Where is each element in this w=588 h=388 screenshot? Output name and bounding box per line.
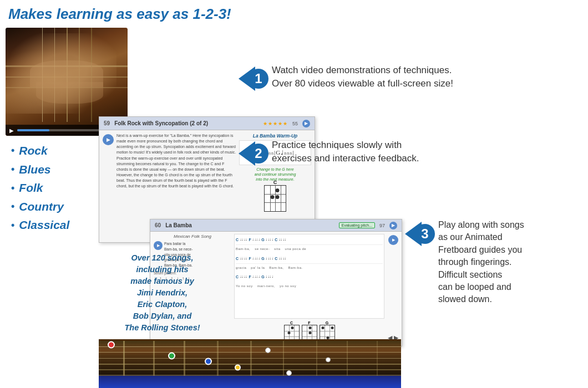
step3-badge: 3 — [415, 224, 435, 244]
body-text: Next is a warm-up exercise for "La Bamba… — [116, 133, 237, 189]
song-subtitle: Mexican Folk Song — [154, 234, 231, 239]
step3-description: Play along with songs as our Animated Fr… — [438, 219, 581, 306]
play-circle-top[interactable]: ▶ — [103, 134, 114, 145]
fretboard-image — [99, 339, 401, 388]
step2-arrow-area: 2 — [239, 141, 269, 166]
fret-dot-white — [265, 348, 271, 353]
track-number: 55 — [292, 121, 298, 126]
genre-country: Country — [11, 197, 69, 216]
star-rating: ★★★★★ — [263, 121, 288, 126]
genre-list: Rock Blues Folk Country Classical — [11, 141, 69, 234]
step1-description: Watch video demonstrations of techniques… — [272, 64, 472, 90]
songs-text: Over 120 songs, including hits made famo… — [108, 252, 216, 334]
step2-description: Practice techniques slowly with exercise… — [272, 139, 472, 165]
chord-change-arrow: Change to the G hereand continue strummi… — [239, 167, 311, 182]
play-icon[interactable]: ▶ — [8, 127, 15, 134]
fret-dot-red — [108, 341, 115, 348]
eval-badge: Evaluating pitch... — [339, 222, 375, 228]
genre-classical: Classical — [11, 216, 69, 234]
fret-dot-blue — [205, 358, 212, 365]
genre-blues: Blues — [11, 160, 69, 179]
screenshot-title: Folk Rock with Syncopation (2 of 2) — [114, 120, 258, 126]
step3-arrow-area: 3 — [405, 222, 435, 246]
bottom-title: La Bamba — [165, 222, 334, 228]
fret-dot-green — [168, 353, 175, 360]
genre-rock: Rock — [11, 141, 69, 160]
play-button-bottom[interactable]: ▶ — [389, 222, 397, 229]
step2-badge: 2 — [249, 144, 268, 164]
bottom-track: 97 — [379, 223, 385, 228]
subtitle-text: La Bamba Warm-Up — [239, 133, 311, 139]
play-circle-bottom[interactable]: ▶ — [154, 241, 163, 250]
genre-folk: Folk — [11, 178, 69, 197]
main-heading: Makes learning as easy as 1-2-3! — [8, 6, 231, 23]
play-circle-bottom2[interactable]: ▶ — [388, 235, 398, 245]
play-button-top[interactable]: ▶ — [302, 120, 310, 127]
step1-arrow-area: 1 — [239, 67, 269, 91]
fret-dot-white3 — [326, 358, 331, 363]
screenshot-num: 59 — [104, 120, 110, 126]
fret-dot-yellow — [235, 364, 241, 370]
step1-badge: 1 — [249, 69, 268, 89]
bottom-num: 60 — [155, 222, 161, 228]
fret-dot-white2 — [286, 370, 292, 376]
